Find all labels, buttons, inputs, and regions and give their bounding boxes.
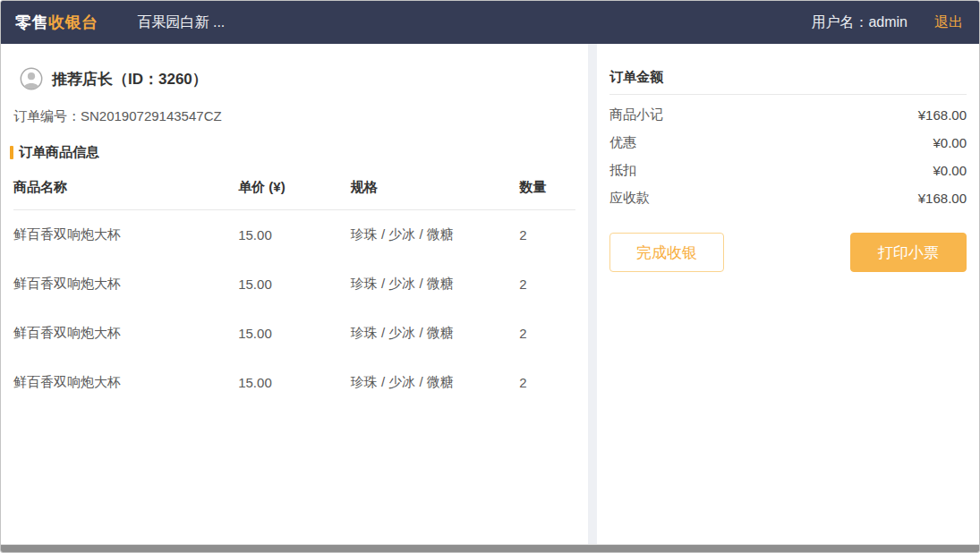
items-table-header: 商品名称 单价 (¥) 规格 数量 xyxy=(13,168,575,210)
discount-value: ¥0.00 xyxy=(933,135,967,150)
item-price-cell: 15.00 xyxy=(238,326,351,341)
table-row: 鲜百香双响炮大杯 15.00 珍珠 / 少冰 / 微糖 2 xyxy=(13,259,575,309)
subtotal-value: ¥168.00 xyxy=(918,107,967,123)
item-spec-cell: 珍珠 / 少冰 / 微糖 xyxy=(351,374,519,391)
navbar-right: 用户名：admin 退出 xyxy=(811,13,963,32)
item-price-cell: 15.00 xyxy=(238,375,351,390)
items-table: 商品名称 单价 (¥) 规格 数量 鲜百香双响炮大杯 15.00 珍珠 / 少冰… xyxy=(13,168,575,407)
user-avatar-icon xyxy=(20,67,43,90)
amount-row-discount: 优惠 ¥0.00 xyxy=(609,129,967,157)
item-name-cell: 鲜百香双响炮大杯 xyxy=(13,325,238,342)
referrer-label: 推荐店长（ID：3260） xyxy=(52,69,208,89)
item-spec-cell: 珍珠 / 少冰 / 微糖 xyxy=(351,325,519,342)
items-section-title: 订单商品信息 xyxy=(19,144,99,161)
item-qty-cell: 2 xyxy=(519,227,575,242)
item-name-cell: 鲜百香双响炮大杯 xyxy=(13,226,238,243)
app-title-highlight: 收银台 xyxy=(48,13,98,31)
bottom-scrollbar[interactable] xyxy=(1,544,979,552)
table-row: 鲜百香双响炮大杯 15.00 珍珠 / 少冰 / 微糖 2 xyxy=(13,210,575,259)
item-qty-cell: 2 xyxy=(519,276,575,292)
item-qty-cell: 2 xyxy=(519,326,575,341)
logout-button[interactable]: 退出 xyxy=(934,13,963,32)
order-number: 订单编号：SN20190729143547CZ xyxy=(13,108,575,125)
item-qty-cell: 2 xyxy=(519,375,575,390)
referrer-row: 推荐店长（ID：3260） xyxy=(13,67,575,90)
store-tab[interactable]: 百果园白新 ... xyxy=(138,13,226,32)
amount-rows: 商品小记 ¥168.00 优惠 ¥0.00 抵扣 ¥0.00 应收款 ¥168.… xyxy=(609,101,967,212)
content-area: 推荐店长（ID：3260） 订单编号：SN20190729143547CZ 订单… xyxy=(1,44,979,544)
subtotal-label: 商品小记 xyxy=(609,106,663,123)
finish-checkout-button[interactable]: 完成收银 xyxy=(609,233,724,272)
header-spec: 规格 xyxy=(351,179,519,196)
pos-app-window: 零售收银台 百果园白新 ... 用户名：admin 退出 推荐店长（ID：326… xyxy=(0,0,980,553)
header-product-name: 商品名称 xyxy=(13,179,238,196)
panel-divider xyxy=(588,44,597,544)
header-quantity: 数量 xyxy=(519,179,575,196)
print-receipt-button[interactable]: 打印小票 xyxy=(850,233,967,272)
app-title: 零售收银台 xyxy=(15,12,98,33)
item-spec-cell: 珍珠 / 少冰 / 微糖 xyxy=(351,276,519,293)
item-price-cell: 15.00 xyxy=(238,276,351,292)
amount-row-subtotal: 商品小记 ¥168.00 xyxy=(609,101,967,129)
discount-label: 优惠 xyxy=(609,134,636,151)
username-label: 用户名：admin xyxy=(811,13,908,32)
deduction-value: ¥0.00 xyxy=(933,163,967,178)
amount-row-due: 应收款 ¥168.00 xyxy=(609,184,967,212)
section-marker xyxy=(10,146,13,159)
amount-row-deduction: 抵扣 ¥0.00 xyxy=(609,157,967,184)
item-price-cell: 15.00 xyxy=(238,227,351,242)
table-row: 鲜百香双响炮大杯 15.00 珍珠 / 少冰 / 微糖 2 xyxy=(13,309,575,358)
amount-section-title: 订单金额 xyxy=(609,69,967,95)
item-name-cell: 鲜百香双响炮大杯 xyxy=(13,276,238,293)
top-navbar: 零售收银台 百果园白新 ... 用户名：admin 退出 xyxy=(1,1,979,44)
items-section-header: 订单商品信息 xyxy=(10,144,575,161)
item-spec-cell: 珍珠 / 少冰 / 微糖 xyxy=(351,226,519,243)
action-buttons: 完成收银 打印小票 xyxy=(609,233,967,272)
order-items-panel: 推荐店长（ID：3260） 订单编号：SN20190729143547CZ 订单… xyxy=(1,44,588,544)
deduction-label: 抵扣 xyxy=(609,162,636,179)
item-name-cell: 鲜百香双响炮大杯 xyxy=(13,374,238,391)
due-label: 应收款 xyxy=(609,190,650,207)
app-title-prefix: 零售 xyxy=(15,13,48,31)
table-row: 鲜百香双响炮大杯 15.00 珍珠 / 少冰 / 微糖 2 xyxy=(13,358,575,407)
header-unit-price: 单价 (¥) xyxy=(238,179,351,196)
order-amount-panel: 订单金额 商品小记 ¥168.00 优惠 ¥0.00 抵扣 ¥0.00 应收款 … xyxy=(597,44,979,544)
due-value: ¥168.00 xyxy=(918,191,967,206)
